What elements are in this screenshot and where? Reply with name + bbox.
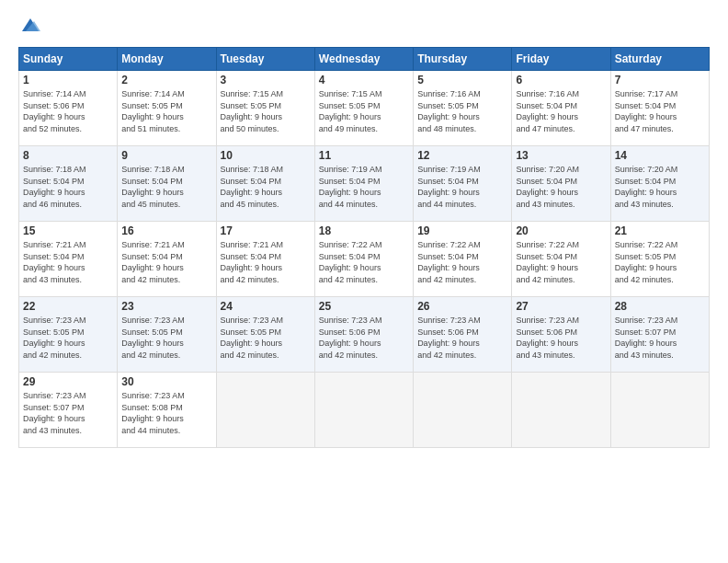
day-info: Sunrise: 7:21 AMSunset: 5:04 PMDaylight:… [23, 239, 113, 285]
weekday-header-thursday: Thursday [414, 48, 512, 71]
day-number: 11 [319, 149, 409, 162]
calendar-cell: 9Sunrise: 7:18 AMSunset: 5:04 PMDaylight… [118, 146, 216, 222]
calendar-cell [512, 373, 610, 448]
day-info: Sunrise: 7:21 AMSunset: 5:04 PMDaylight:… [221, 239, 311, 285]
day-info: Sunrise: 7:17 AMSunset: 5:04 PMDaylight:… [615, 88, 705, 134]
logo-icon [20, 15, 40, 35]
day-number: 8 [23, 149, 113, 162]
day-info: Sunrise: 7:16 AMSunset: 5:05 PMDaylight:… [417, 88, 507, 134]
calendar-cell: 16Sunrise: 7:21 AMSunset: 5:04 PMDayligh… [118, 222, 216, 297]
day-info: Sunrise: 7:20 AMSunset: 5:04 PMDaylight:… [516, 164, 606, 210]
day-info: Sunrise: 7:23 AMSunset: 5:05 PMDaylight:… [221, 315, 311, 361]
calendar-cell [314, 373, 413, 448]
day-info: Sunrise: 7:23 AMSunset: 5:05 PMDaylight:… [23, 315, 113, 361]
logo-text [18, 15, 40, 40]
day-info: Sunrise: 7:19 AMSunset: 5:04 PMDaylight:… [319, 164, 409, 210]
day-number: 18 [319, 224, 409, 237]
day-info: Sunrise: 7:22 AMSunset: 5:04 PMDaylight:… [319, 239, 409, 285]
day-number: 24 [221, 300, 311, 313]
day-info: Sunrise: 7:14 AMSunset: 5:06 PMDaylight:… [23, 88, 113, 134]
day-info: Sunrise: 7:23 AMSunset: 5:06 PMDaylight:… [319, 315, 409, 361]
day-info: Sunrise: 7:18 AMSunset: 5:04 PMDaylight:… [23, 164, 113, 210]
day-info: Sunrise: 7:18 AMSunset: 5:04 PMDaylight:… [121, 164, 211, 210]
logo [18, 15, 40, 40]
week-row-5: 29Sunrise: 7:23 AMSunset: 5:07 PMDayligh… [19, 373, 710, 448]
weekday-header-saturday: Saturday [610, 48, 709, 71]
day-info: Sunrise: 7:22 AMSunset: 5:04 PMDaylight:… [417, 239, 507, 285]
calendar-cell: 27Sunrise: 7:23 AMSunset: 5:06 PMDayligh… [512, 297, 610, 373]
day-number: 1 [23, 74, 113, 86]
day-number: 27 [516, 300, 606, 313]
day-number: 12 [417, 149, 507, 162]
calendar-cell: 8Sunrise: 7:18 AMSunset: 5:04 PMDaylight… [19, 146, 118, 222]
day-number: 4 [319, 74, 409, 86]
day-info: Sunrise: 7:15 AMSunset: 5:05 PMDaylight:… [221, 88, 311, 134]
weekday-header-tuesday: Tuesday [216, 48, 314, 71]
calendar-cell [414, 373, 512, 448]
header [18, 15, 710, 40]
day-info: Sunrise: 7:23 AMSunset: 5:08 PMDaylight:… [121, 390, 211, 436]
day-number: 17 [221, 224, 311, 237]
day-number: 2 [121, 74, 211, 86]
calendar-cell: 23Sunrise: 7:23 AMSunset: 5:05 PMDayligh… [118, 297, 216, 373]
calendar-cell: 24Sunrise: 7:23 AMSunset: 5:05 PMDayligh… [216, 297, 314, 373]
calendar-cell [216, 373, 314, 448]
calendar-cell [610, 373, 709, 448]
calendar-cell: 25Sunrise: 7:23 AMSunset: 5:06 PMDayligh… [314, 297, 413, 373]
day-number: 15 [23, 224, 113, 237]
week-row-2: 8Sunrise: 7:18 AMSunset: 5:04 PMDaylight… [19, 146, 710, 222]
calendar-cell: 29Sunrise: 7:23 AMSunset: 5:07 PMDayligh… [19, 373, 118, 448]
day-number: 29 [23, 375, 113, 388]
day-number: 23 [121, 300, 211, 313]
day-number: 6 [516, 74, 606, 86]
day-info: Sunrise: 7:21 AMSunset: 5:04 PMDaylight:… [121, 239, 211, 285]
calendar-cell: 6Sunrise: 7:16 AMSunset: 5:04 PMDaylight… [512, 71, 610, 146]
day-number: 16 [121, 224, 211, 237]
day-number: 5 [417, 74, 507, 86]
calendar-cell: 22Sunrise: 7:23 AMSunset: 5:05 PMDayligh… [19, 297, 118, 373]
day-info: Sunrise: 7:23 AMSunset: 5:05 PMDaylight:… [121, 315, 211, 361]
day-info: Sunrise: 7:22 AMSunset: 5:05 PMDaylight:… [615, 239, 705, 285]
week-row-1: 1Sunrise: 7:14 AMSunset: 5:06 PMDaylight… [19, 71, 710, 146]
page: SundayMondayTuesdayWednesdayThursdayFrid… [0, 0, 728, 563]
day-info: Sunrise: 7:19 AMSunset: 5:04 PMDaylight:… [417, 164, 507, 210]
calendar-cell: 7Sunrise: 7:17 AMSunset: 5:04 PMDaylight… [610, 71, 709, 146]
calendar-cell: 2Sunrise: 7:14 AMSunset: 5:05 PMDaylight… [118, 71, 216, 146]
day-info: Sunrise: 7:14 AMSunset: 5:05 PMDaylight:… [121, 88, 211, 134]
day-info: Sunrise: 7:16 AMSunset: 5:04 PMDaylight:… [516, 88, 606, 134]
calendar-cell: 21Sunrise: 7:22 AMSunset: 5:05 PMDayligh… [610, 222, 709, 297]
day-number: 22 [23, 300, 113, 313]
calendar-table: SundayMondayTuesdayWednesdayThursdayFrid… [18, 47, 710, 448]
day-number: 28 [615, 300, 705, 313]
calendar-cell: 3Sunrise: 7:15 AMSunset: 5:05 PMDaylight… [216, 71, 314, 146]
day-number: 7 [615, 74, 705, 86]
calendar-cell: 12Sunrise: 7:19 AMSunset: 5:04 PMDayligh… [414, 146, 512, 222]
day-info: Sunrise: 7:23 AMSunset: 5:06 PMDaylight:… [516, 315, 606, 361]
day-info: Sunrise: 7:15 AMSunset: 5:05 PMDaylight:… [319, 88, 409, 134]
calendar-cell: 13Sunrise: 7:20 AMSunset: 5:04 PMDayligh… [512, 146, 610, 222]
calendar-cell: 11Sunrise: 7:19 AMSunset: 5:04 PMDayligh… [314, 146, 413, 222]
day-number: 25 [319, 300, 409, 313]
day-number: 10 [221, 149, 311, 162]
day-number: 20 [516, 224, 606, 237]
calendar-cell: 20Sunrise: 7:22 AMSunset: 5:04 PMDayligh… [512, 222, 610, 297]
calendar-cell: 17Sunrise: 7:21 AMSunset: 5:04 PMDayligh… [216, 222, 314, 297]
calendar-cell: 18Sunrise: 7:22 AMSunset: 5:04 PMDayligh… [314, 222, 413, 297]
calendar-cell: 5Sunrise: 7:16 AMSunset: 5:05 PMDaylight… [414, 71, 512, 146]
day-number: 30 [121, 375, 211, 388]
calendar-cell: 26Sunrise: 7:23 AMSunset: 5:06 PMDayligh… [414, 297, 512, 373]
weekday-header-wednesday: Wednesday [314, 48, 413, 71]
day-number: 14 [615, 149, 705, 162]
day-info: Sunrise: 7:22 AMSunset: 5:04 PMDaylight:… [516, 239, 606, 285]
calendar-cell: 1Sunrise: 7:14 AMSunset: 5:06 PMDaylight… [19, 71, 118, 146]
weekday-header-sunday: Sunday [19, 48, 118, 71]
calendar-cell: 4Sunrise: 7:15 AMSunset: 5:05 PMDaylight… [314, 71, 413, 146]
week-row-3: 15Sunrise: 7:21 AMSunset: 5:04 PMDayligh… [19, 222, 710, 297]
calendar-cell: 14Sunrise: 7:20 AMSunset: 5:04 PMDayligh… [610, 146, 709, 222]
weekday-header-monday: Monday [118, 48, 216, 71]
day-info: Sunrise: 7:23 AMSunset: 5:07 PMDaylight:… [23, 390, 113, 436]
week-row-4: 22Sunrise: 7:23 AMSunset: 5:05 PMDayligh… [19, 297, 710, 373]
calendar-cell: 19Sunrise: 7:22 AMSunset: 5:04 PMDayligh… [414, 222, 512, 297]
day-number: 9 [121, 149, 211, 162]
calendar-cell: 28Sunrise: 7:23 AMSunset: 5:07 PMDayligh… [610, 297, 709, 373]
